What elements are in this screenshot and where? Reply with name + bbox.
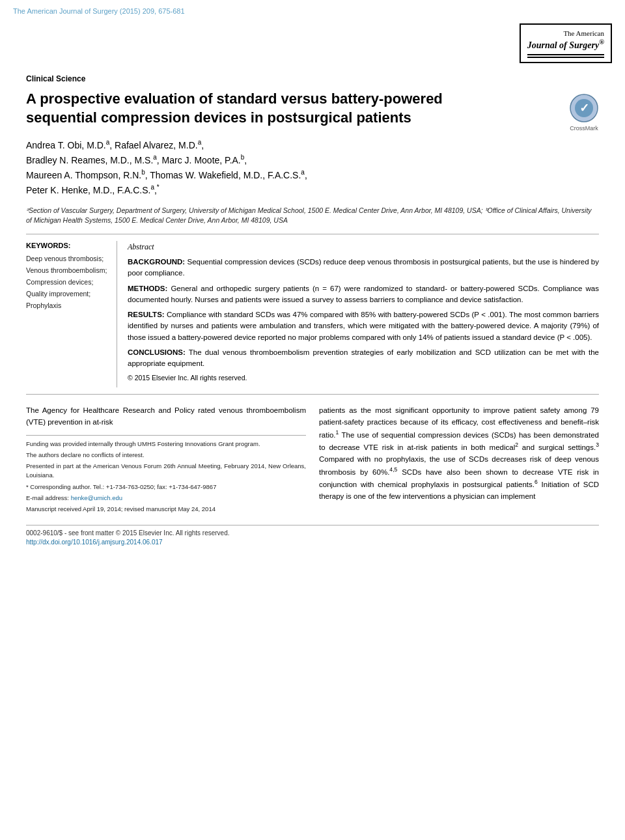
background-label: BACKGROUND: xyxy=(128,258,185,266)
conclusions-label: CONCLUSIONS: xyxy=(128,348,186,356)
logo-line1: The American xyxy=(527,29,604,38)
footnote-5: Manuscript received April 19, 2014; revi… xyxy=(26,505,306,514)
abstract-results: RESULTS: Compliance with standard SCDs w… xyxy=(128,309,599,343)
bottom-bar: 0002-9610/$ - see front matter © 2015 El… xyxy=(26,525,599,547)
body-right-text: patients as the most significant opportu… xyxy=(319,405,599,503)
keyword-5: Prophylaxis xyxy=(26,300,109,312)
divider-top xyxy=(26,234,599,234)
svg-text:✓: ✓ xyxy=(579,102,589,115)
section-label: Clinical Science xyxy=(26,74,599,85)
abstract-background: BACKGROUND: Sequential compression devic… xyxy=(128,257,599,279)
article-title: A prospective evaluation of standard ver… xyxy=(26,90,469,127)
body-section: The Agency for Healthcare Research and P… xyxy=(26,405,599,516)
keywords-title: KEYWORDS: xyxy=(26,241,109,251)
copyright: © 2015 Elsevier Inc. All rights reserved… xyxy=(128,373,599,384)
email-link[interactable]: henke@umich.edu xyxy=(71,494,122,501)
abstract-methods: METHODS: General and orthopedic surgery … xyxy=(128,283,599,306)
background-text: Sequential compression devices (SCDs) re… xyxy=(128,258,599,277)
authors: Andrea T. Obi, M.D.a, Rafael Alvarez, M.… xyxy=(26,137,599,197)
keyword-3: Compression devices; xyxy=(26,277,109,288)
footnote-3: Presented in part at the American Venous… xyxy=(26,462,306,481)
crossmark-label: CrossMark xyxy=(570,124,598,133)
results-label: RESULTS: xyxy=(128,311,165,318)
header-area: The American Journal of Surgery® xyxy=(0,20,625,67)
results-text: Compliance with standard SCDs was 47% co… xyxy=(128,311,599,341)
divider-bottom xyxy=(26,394,599,395)
journal-reference: The American Journal of Surgery (2015) 2… xyxy=(13,7,185,15)
body-right: patients as the most significant opportu… xyxy=(319,405,599,516)
content-area: Clinical Science A prospective evaluatio… xyxy=(0,74,625,547)
crossmark-svg: ✓ xyxy=(569,93,599,123)
conclusions-text: The dual venous thromboembolism preventi… xyxy=(128,348,599,367)
top-bar: The American Journal of Surgery (2015) 2… xyxy=(0,0,625,20)
footnote-1: Funding was provided internally through … xyxy=(26,440,306,449)
keyword-1: Deep venous thrombosis; xyxy=(26,253,109,265)
keywords-list: Deep venous thrombosis; Venous thromboem… xyxy=(26,253,109,311)
footnote-area: Funding was provided internally through … xyxy=(26,435,306,514)
journal-logo: The American Journal of Surgery® xyxy=(520,23,612,63)
abstract-section: KEYWORDS: Deep venous thrombosis; Venous… xyxy=(26,241,599,387)
footnote-2: The authors declare no conflicts of inte… xyxy=(26,451,306,460)
methods-label: METHODS: xyxy=(128,285,167,292)
abstract-content: Abstract BACKGROUND: Sequential compress… xyxy=(128,241,599,387)
abstract-conclusions: CONCLUSIONS: The dual venous thromboembo… xyxy=(128,347,599,370)
abstract-title: Abstract xyxy=(128,241,599,253)
body-left: The Agency for Healthcare Research and P… xyxy=(26,405,306,516)
bottom-bar-copyright: 0002-9610/$ - see front matter © 2015 El… xyxy=(26,529,230,537)
keywords-box: KEYWORDS: Deep venous thrombosis; Venous… xyxy=(26,241,117,387)
keyword-2: Venous thromboembolism; xyxy=(26,265,109,277)
doi-link[interactable]: http://dx.doi.org/10.1016/j.amjsurg.2014… xyxy=(26,539,163,546)
crossmark[interactable]: ✓ CrossMark xyxy=(569,93,599,133)
affiliations: ᵃSection of Vascular Surgery, Department… xyxy=(26,206,599,227)
body-left-text: The Agency for Healthcare Research and P… xyxy=(26,405,306,428)
methods-text: General and orthopedic surgery patients … xyxy=(128,285,599,303)
footnote-email: E-mail address: henke@umich.edu xyxy=(26,494,306,503)
footnote-4: * Corresponding author. Tel.: +1-734-763… xyxy=(26,483,306,492)
logo-decoration xyxy=(527,54,604,58)
keyword-4: Quality improvement; xyxy=(26,288,109,300)
logo-line2: Journal of Surgery® xyxy=(527,38,604,51)
title-row: A prospective evaluation of standard ver… xyxy=(26,90,599,137)
